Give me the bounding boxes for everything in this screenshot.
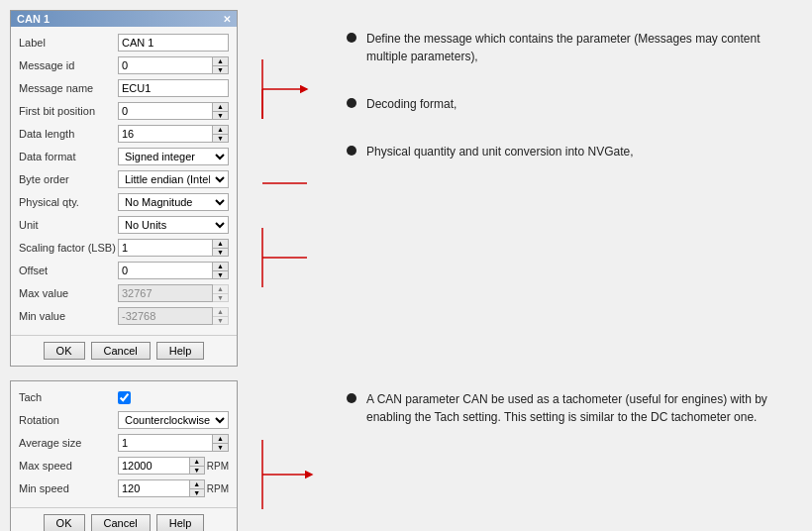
physical-qty-select[interactable]: No Magnitude Acceleration <box>118 193 229 211</box>
arrows-svg-top <box>257 40 327 337</box>
max-speed-spinner[interactable]: ▲ ▼ <box>190 457 205 475</box>
data-format-control: Signed integer Unsigned integer Float <box>118 148 229 165</box>
max-speed-down[interactable]: ▼ <box>190 467 204 475</box>
average-size-up[interactable]: ▲ <box>213 435 228 444</box>
min-speed-up[interactable]: ▲ <box>190 480 204 489</box>
tach-dialog-footer: OK Cancel Help <box>11 507 237 531</box>
data-format-select[interactable]: Signed integer Unsigned integer Float <box>118 148 229 165</box>
dialog-title-bar: CAN 1 ✕ <box>11 11 237 27</box>
ok-button[interactable]: OK <box>44 342 85 360</box>
offset-up[interactable]: ▲ <box>213 263 228 271</box>
max-value-label: Max value <box>19 287 118 299</box>
data-length-label: Data length <box>19 128 118 140</box>
offset-down[interactable]: ▼ <box>213 271 228 279</box>
first-bit-pos-label: First bit position <box>19 105 118 117</box>
first-bit-pos-up[interactable]: ▲ <box>213 103 228 112</box>
tach-checkbox[interactable] <box>118 391 131 404</box>
physical-qty-label: Physical qty. <box>19 196 118 208</box>
desc-item-2: Decoding format, <box>347 95 802 113</box>
tach-description-area: A CAN parameter CAN be used as a tachome… <box>347 380 802 426</box>
unit-row: Unit No Units m/s RPM <box>19 215 229 235</box>
dialog-body: Label Message id ▲ ▼ <box>11 27 237 335</box>
min-value-spinner: ▲ ▼ <box>213 307 229 325</box>
data-length-control: ▲ ▼ <box>118 125 229 143</box>
scaling-factor-spinner[interactable]: ▲ ▼ <box>213 239 229 257</box>
message-name-row: Message name <box>19 78 229 98</box>
desc-text-3: Physical quantity and unit conversion in… <box>366 143 633 160</box>
max-speed-row: Max speed ▲ ▼ RPM <box>19 456 229 476</box>
offset-spinner[interactable]: ▲ ▼ <box>213 262 229 279</box>
average-size-row: Average size ▲ ▼ <box>19 433 229 453</box>
unit-select[interactable]: No Units m/s RPM <box>118 216 229 234</box>
max-speed-up[interactable]: ▲ <box>190 458 204 467</box>
min-speed-unit: RPM <box>207 483 229 494</box>
max-speed-input[interactable] <box>118 457 190 475</box>
max-value-row: Max value ▲ ▼ <box>19 283 229 303</box>
min-value-up: ▲ <box>213 308 228 317</box>
cancel-button[interactable]: Cancel <box>91 342 151 360</box>
average-size-label: Average size <box>19 437 118 449</box>
unit-control: No Units m/s RPM <box>118 216 229 234</box>
label-field-control <box>118 34 229 52</box>
bullet-3 <box>347 146 356 156</box>
bullet-1 <box>347 33 356 43</box>
tach-help-button[interactable]: Help <box>156 514 205 531</box>
min-value-row: Min value ▲ ▼ <box>19 306 229 326</box>
description-area: Define the message which contains the pa… <box>347 10 802 160</box>
desc-item-1: Define the message which contains the pa… <box>347 30 802 65</box>
physical-qty-control: No Magnitude Acceleration <box>118 193 229 211</box>
offset-input[interactable] <box>118 262 213 279</box>
can-config-dialog: CAN 1 ✕ Label Message id <box>10 10 238 367</box>
data-length-input[interactable] <box>118 125 213 143</box>
max-value-up: ▲ <box>213 285 228 294</box>
average-size-spinner[interactable]: ▲ ▼ <box>213 434 229 452</box>
rotation-select[interactable]: Counterclockwise Clockwise <box>118 411 229 429</box>
first-bit-pos-down[interactable]: ▼ <box>213 112 228 120</box>
average-size-input[interactable] <box>118 434 213 452</box>
label-field-label: Label <box>19 37 118 49</box>
scaling-factor-control: ▲ ▼ <box>118 239 229 257</box>
rotation-label: Rotation <box>19 414 118 426</box>
data-length-row: Data length ▲ ▼ <box>19 124 229 144</box>
tach-ok-button[interactable]: OK <box>44 514 85 531</box>
message-name-input[interactable] <box>118 79 229 97</box>
min-speed-spinner[interactable]: ▲ ▼ <box>190 479 205 497</box>
message-id-down[interactable]: ▼ <box>213 66 228 74</box>
close-icon[interactable]: ✕ <box>223 14 231 25</box>
scaling-factor-row: Scaling factor (LSB) ▲ ▼ <box>19 238 229 258</box>
average-size-control: ▲ ▼ <box>118 434 229 452</box>
average-size-down[interactable]: ▼ <box>213 444 228 452</box>
min-speed-down[interactable]: ▼ <box>190 489 204 497</box>
scaling-factor-down[interactable]: ▼ <box>213 249 228 257</box>
min-value-down: ▼ <box>213 317 228 325</box>
help-button[interactable]: Help <box>156 342 205 360</box>
first-bit-pos-spinner[interactable]: ▲ ▼ <box>213 102 229 120</box>
message-name-label: Message name <box>19 82 118 94</box>
message-id-label: Message id <box>19 59 118 71</box>
offset-control: ▲ ▼ <box>118 262 229 279</box>
message-id-row: Message id ▲ ▼ <box>19 55 229 75</box>
desc-text-1: Define the message which contains the pa… <box>366 30 802 65</box>
data-format-label: Data format <box>19 151 118 162</box>
byte-order-select[interactable]: Little endian (Intel Big endian (Motorol… <box>118 170 229 188</box>
first-bit-pos-input[interactable] <box>118 102 213 120</box>
message-id-input[interactable] <box>118 56 213 74</box>
message-id-spinner[interactable]: ▲ ▼ <box>213 56 229 74</box>
max-value-input <box>118 284 213 302</box>
min-value-control: ▲ ▼ <box>118 307 229 325</box>
first-bit-pos-control: ▲ ▼ <box>118 102 229 120</box>
max-value-spinner: ▲ ▼ <box>213 284 229 302</box>
dialog-footer: OK Cancel Help <box>11 335 237 366</box>
label-row: Label <box>19 33 229 53</box>
scaling-factor-input[interactable] <box>118 239 213 257</box>
label-input[interactable] <box>118 34 229 52</box>
data-length-up[interactable]: ▲ <box>213 126 228 135</box>
scaling-factor-up[interactable]: ▲ <box>213 240 228 249</box>
min-speed-input[interactable] <box>118 479 190 497</box>
data-length-spinner[interactable]: ▲ ▼ <box>213 125 229 143</box>
min-speed-label: Min speed <box>19 482 118 494</box>
message-id-up[interactable]: ▲ <box>213 57 228 66</box>
desc-text-2: Decoding format, <box>366 95 457 113</box>
data-length-down[interactable]: ▼ <box>213 135 228 143</box>
tach-cancel-button[interactable]: Cancel <box>91 514 151 531</box>
